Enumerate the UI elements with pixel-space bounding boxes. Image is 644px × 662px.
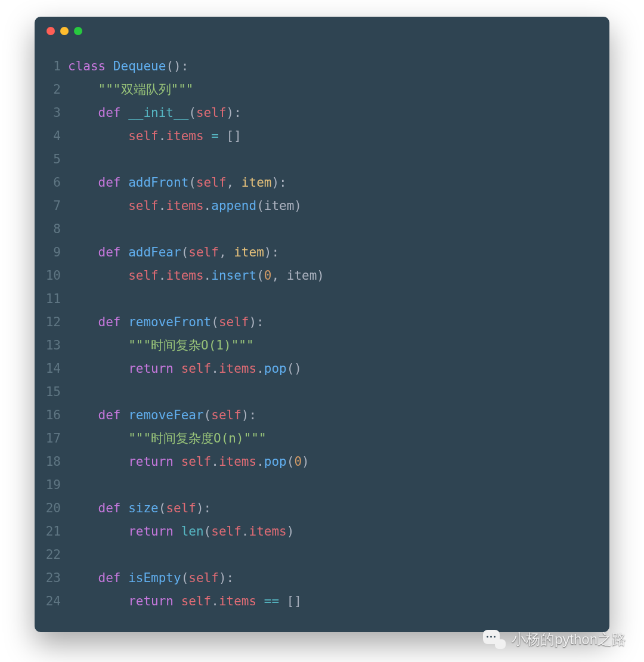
code-line: 11: [35, 287, 609, 311]
code-line: 8: [35, 218, 609, 241]
code-line: 14 return self.items.pop(): [35, 357, 609, 381]
code-line: 18 return self.items.pop(0): [35, 450, 609, 474]
line-number: 9: [35, 241, 68, 264]
watermark-text: 小杨的python之路: [512, 630, 626, 649]
code-line: 21 return len(self.items): [35, 520, 609, 543]
code-line: 20 def size(self):: [35, 497, 609, 520]
watermark: 小杨的python之路: [483, 630, 626, 649]
line-content: return self.items.pop(): [68, 357, 302, 381]
line-content: def __init__(self):: [68, 101, 242, 125]
line-number: 10: [35, 264, 68, 287]
line-content: return len(self.items): [68, 520, 294, 543]
line-number: 4: [35, 125, 68, 148]
code-line: 2 """双端队列""": [35, 78, 609, 101]
line-number: 17: [35, 427, 68, 450]
minimize-icon[interactable]: [60, 27, 69, 35]
code-window: 1class Dequeue():2 """双端队列"""3 def __ini…: [35, 17, 609, 632]
line-number: 14: [35, 357, 68, 381]
code-line: 19: [35, 474, 609, 497]
code-line: 13 """时间复杂O(1)""": [35, 334, 609, 357]
line-content: """时间复杂度O(n)""": [68, 427, 267, 450]
line-content: self.items = []: [68, 125, 242, 148]
line-number: 6: [35, 171, 68, 194]
code-line: 9 def addFear(self, item):: [35, 241, 609, 264]
line-number: 11: [35, 287, 68, 311]
line-number: 7: [35, 194, 68, 218]
line-content: def isEmpty(self):: [68, 567, 234, 590]
line-content: def addFear(self, item):: [68, 241, 279, 264]
line-number: 12: [35, 311, 68, 334]
code-line: 7 self.items.append(item): [35, 194, 609, 218]
line-content: self.items.insert(0, item): [68, 264, 324, 287]
line-content: def removeFront(self):: [68, 311, 264, 334]
code-line: 4 self.items = []: [35, 125, 609, 148]
line-number: 19: [35, 474, 68, 497]
line-content: return self.items.pop(0): [68, 450, 309, 474]
line-content: def removeFear(self):: [68, 404, 256, 427]
line-number: 20: [35, 497, 68, 520]
line-content: self.items.append(item): [68, 194, 302, 218]
line-number: 16: [35, 404, 68, 427]
code-line: 23 def isEmpty(self):: [35, 567, 609, 590]
code-line: 10 self.items.insert(0, item): [35, 264, 609, 287]
code-line: 1class Dequeue():: [35, 55, 609, 78]
line-content: class Dequeue():: [68, 55, 188, 78]
line-number: 5: [35, 148, 68, 171]
code-line: 24 return self.items == []: [35, 590, 609, 613]
maximize-icon[interactable]: [74, 27, 82, 35]
line-number: 8: [35, 218, 68, 241]
line-content: """时间复杂O(1)""": [68, 334, 254, 357]
line-content: """双端队列""": [68, 78, 193, 101]
line-content: def addFront(self, item):: [68, 171, 287, 194]
wechat-icon: [483, 630, 506, 649]
code-line: 22: [35, 543, 609, 567]
line-number: 23: [35, 567, 68, 590]
line-number: 2: [35, 78, 68, 101]
code-line: 6 def addFront(self, item):: [35, 171, 609, 194]
code-line: 5: [35, 148, 609, 171]
code-block: 1class Dequeue():2 """双端队列"""3 def __ini…: [35, 45, 609, 625]
line-number: 21: [35, 520, 68, 543]
line-number: 18: [35, 450, 68, 474]
line-number: 24: [35, 590, 68, 613]
line-number: 22: [35, 543, 68, 567]
code-line: 15: [35, 381, 609, 404]
code-line: 16 def removeFear(self):: [35, 404, 609, 427]
line-number: 3: [35, 101, 68, 125]
code-line: 17 """时间复杂度O(n)""": [35, 427, 609, 450]
code-line: 12 def removeFront(self):: [35, 311, 609, 334]
close-icon[interactable]: [47, 27, 55, 35]
line-number: 13: [35, 334, 68, 357]
line-content: def size(self):: [68, 497, 211, 520]
code-line: 3 def __init__(self):: [35, 101, 609, 125]
line-content: return self.items == []: [68, 590, 302, 613]
line-number: 15: [35, 381, 68, 404]
window-titlebar: [35, 17, 609, 45]
line-number: 1: [35, 55, 68, 78]
